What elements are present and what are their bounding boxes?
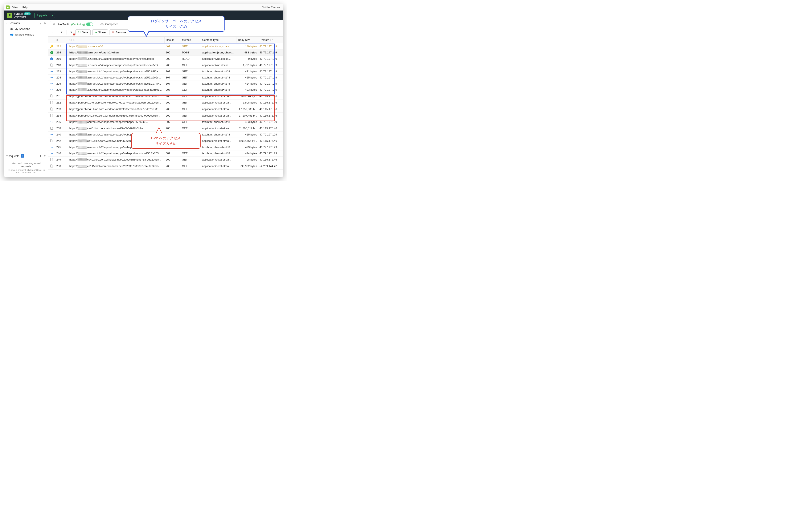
col-body-size[interactable]: Body Size⋮ bbox=[237, 37, 258, 43]
cell-body-size: 425 bytes bbox=[237, 132, 258, 138]
add-request-button[interactable]: + bbox=[21, 154, 24, 158]
cell-result: 307 bbox=[165, 81, 181, 87]
requests-header[interactable]: ▾ Requests + ⋔ ⇪ bbox=[4, 153, 48, 159]
table-row[interactable]: 250https://▒▒▒▒▒ca115.blob.core.windows.… bbox=[48, 163, 283, 169]
upgrade-caret[interactable]: ▾ bbox=[50, 13, 55, 18]
callout-line: ログインサーバー へのアクセス bbox=[133, 19, 220, 24]
table-row[interactable]: ↪246https://▒▒▒▒▒azurecr.io/v2/aspnetcor… bbox=[48, 150, 283, 156]
table-row[interactable]: i216https://▒▒▒▒▒.azurecr.io/v2/aspnetco… bbox=[48, 56, 283, 62]
cell-result: 307 bbox=[165, 87, 181, 93]
table-row[interactable]: ✓214https://▒▒▒▒▒azurecr.io/oauth2/token… bbox=[48, 50, 283, 56]
cell-result: 307 bbox=[165, 75, 181, 81]
cell-remote-ip: 40.115.175.46 bbox=[258, 138, 283, 144]
cell-remote-ip: 40.79.197.129 bbox=[258, 144, 283, 150]
col-url[interactable]: URL⋮ bbox=[68, 37, 165, 43]
col-id[interactable]: #⋮ bbox=[55, 37, 68, 43]
sidebar-item-my-sessions[interactable]: 🖿 My Sessions bbox=[4, 26, 48, 32]
cell-body-size: 1,791 bytes bbox=[237, 62, 258, 68]
menu-help[interactable]: Help bbox=[22, 6, 28, 9]
col-method[interactable]: Method▾⋮ bbox=[181, 37, 201, 43]
share-icon[interactable]: ⇪ bbox=[44, 154, 46, 158]
redirect-icon: ↪ bbox=[50, 88, 53, 91]
table-row[interactable]: 238https://▒▒▒▒▒ca40.blob.core.windows.n… bbox=[48, 125, 283, 132]
table-row[interactable]: ↪225https://▒▒▒▒▒azurecr.io/v2/aspnetcor… bbox=[48, 81, 283, 87]
cell-result: 307 bbox=[165, 68, 181, 75]
cell-method: GET bbox=[181, 62, 201, 68]
sidebar-item-shared[interactable]: 👥 Shared with Me bbox=[4, 32, 48, 37]
table-row[interactable]: 249https://▒▒▒▒▒ca40.blob.core.windows.n… bbox=[48, 156, 283, 163]
table-row[interactable]: ↪223https://▒▒▒▒▒azurecr.io/v2/aspnetcor… bbox=[48, 68, 283, 75]
cell-method: GET bbox=[181, 87, 201, 93]
filter-icon[interactable]: ▼ bbox=[59, 30, 64, 35]
document-icon bbox=[50, 139, 53, 142]
capture-toggle[interactable] bbox=[86, 23, 93, 26]
cell-method: GET bbox=[181, 68, 201, 75]
cell-url: https://▒▒▒▒▒.azurecr.io/v2/aspnetcoreap… bbox=[68, 56, 165, 62]
cell-content-type: text/html; charset=utf-8 bbox=[201, 132, 237, 138]
folder-icon: 🖿 bbox=[10, 27, 13, 30]
cell-method: GET bbox=[181, 150, 201, 156]
save-button[interactable]: 🖫Save bbox=[76, 29, 90, 35]
cell-result: 200 bbox=[165, 50, 181, 56]
cell-content-type: text/html; charset=utf-8 bbox=[201, 68, 237, 75]
cell-id: 231 bbox=[55, 93, 68, 99]
upgrade-button[interactable]: Upgrade bbox=[34, 13, 50, 18]
table-row[interactable]: 218https://▒▒▒▒▒.azurecr.io/v2/aspnetcor… bbox=[48, 62, 283, 68]
menu-view[interactable]: View bbox=[12, 6, 18, 9]
tab-label: Composer bbox=[105, 23, 118, 26]
col-icon[interactable] bbox=[48, 37, 55, 43]
annotation-callout-blue: ログインサーバー へのアクセス サイズ小さめ bbox=[128, 16, 225, 32]
cell-id: 246 bbox=[55, 150, 68, 156]
tab-label: Live Traffic bbox=[57, 23, 70, 26]
import-icon[interactable]: ⭳ bbox=[39, 22, 41, 25]
table-row[interactable]: ↪224https://▒▒▒▒▒azurecr.io/v2/aspnetcor… bbox=[48, 75, 283, 81]
cell-remote-ip: 40.79.197.129 bbox=[258, 87, 283, 93]
table-row[interactable]: 🔑212https://▒▒▒▒▒.azurecr.io/v2/401GETap… bbox=[48, 43, 283, 50]
menubar: View Help Fiddler Everywh bbox=[4, 4, 283, 10]
cell-method: POST bbox=[181, 50, 201, 56]
table-row[interactable]: ↪236https://▒▒▒▒▒azurecr.io/v2/aspnetcor… bbox=[48, 119, 283, 125]
cell-remote-ip: 40.79.197.129 bbox=[258, 132, 283, 138]
cell-remote-ip: 40.115.175.46 bbox=[258, 106, 283, 112]
table-row[interactable]: 233https://jpereplica40.blob.core.window… bbox=[48, 106, 283, 112]
filter-active-icon: ▾ bbox=[192, 39, 193, 41]
cell-result: 200 bbox=[165, 62, 181, 68]
key-icon: 🔑 bbox=[50, 45, 53, 48]
table-header-row: #⋮ URL⋮ Result⋮ Method▾⋮ Content-Type⋮ B… bbox=[48, 37, 283, 43]
stream-icon[interactable]: ≡ bbox=[51, 30, 55, 35]
table-row[interactable]: 231https://jpereplica40.blob.core.window… bbox=[48, 93, 283, 99]
cell-remote-ip: 40.79.197.129 bbox=[258, 43, 283, 50]
remove-button[interactable]: ✕Remove bbox=[110, 29, 128, 35]
cell-id: 242 bbox=[55, 138, 68, 144]
chevron-down-icon: ▾ bbox=[6, 22, 7, 24]
cell-content-type: application/octet-strea... bbox=[201, 163, 237, 169]
people-icon[interactable]: ⋔ bbox=[39, 154, 41, 158]
cell-content-type: application/octet-strea... bbox=[201, 93, 237, 99]
clear-filter-icon[interactable]: ▼ bbox=[68, 30, 74, 35]
document-icon bbox=[50, 107, 53, 111]
document-icon bbox=[50, 164, 53, 168]
col-result[interactable]: Result⋮ bbox=[165, 37, 181, 43]
cell-content-type: text/html; charset=utf-8 bbox=[201, 87, 237, 93]
table-row[interactable]: 232https://jpereplica146.blob.core.windo… bbox=[48, 99, 283, 106]
sessions-header[interactable]: ▾ Sessions ⭳ ⋔ bbox=[4, 20, 48, 26]
table-row[interactable]: 234https://jpereplica40.blob.core.window… bbox=[48, 112, 283, 119]
cell-body-size: 149 bytes bbox=[237, 43, 258, 50]
share-icon[interactable]: ⋔ bbox=[44, 22, 46, 25]
cell-id: 234 bbox=[55, 112, 68, 119]
cell-remote-ip: 40.115.175.46 bbox=[258, 156, 283, 163]
tab-composer[interactable]: </> Composer bbox=[97, 21, 121, 27]
cell-body-size: 424 bytes bbox=[237, 81, 258, 87]
cell-id: 224 bbox=[55, 75, 68, 81]
share-button[interactable]: ↪Share bbox=[92, 29, 108, 35]
document-icon bbox=[50, 94, 53, 97]
document-icon bbox=[50, 126, 53, 130]
table-row[interactable]: ↪226https://▒▒▒▒▒.azurecr.io/v2/aspnetco… bbox=[48, 87, 283, 93]
cell-remote-ip: 52.239.144.42 bbox=[258, 163, 283, 169]
document-icon bbox=[50, 158, 53, 161]
tab-live-traffic[interactable]: 👁 Live Traffic (Capturing) bbox=[50, 21, 96, 28]
col-content-type[interactable]: Content-Type⋮ bbox=[201, 37, 237, 43]
col-remote-ip[interactable]: Remote IP⋮ bbox=[258, 37, 283, 43]
cell-result: 307 bbox=[165, 119, 181, 125]
cell-content-type: application/vnd.docke... bbox=[201, 56, 237, 62]
